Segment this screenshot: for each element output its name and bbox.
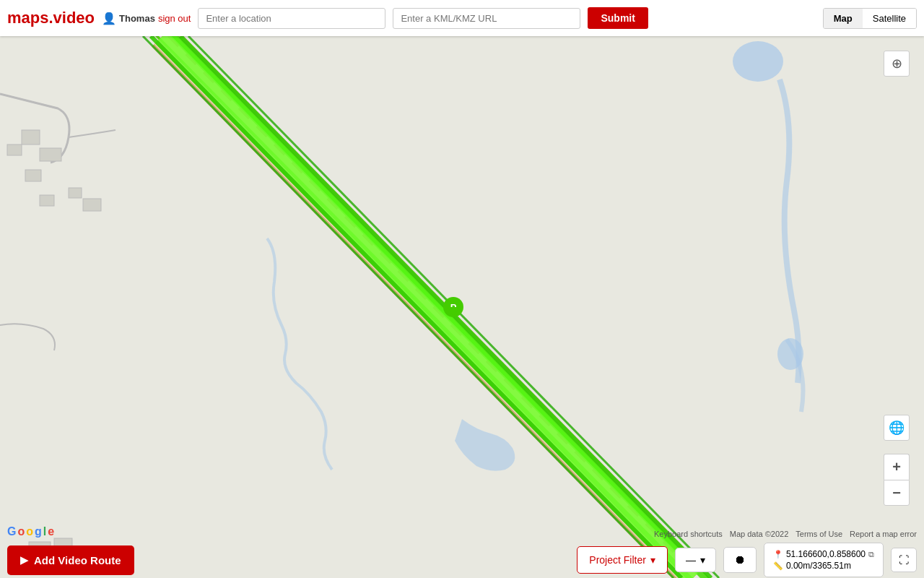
terms-of-use[interactable]: Terms of Use [796,530,842,538]
header: maps.video 👤 Thomas sign out Submit Map … [0,0,924,36]
fullscreen-icon: ⛶ [899,554,909,566]
globe-button[interactable]: 🌐 [884,415,910,441]
zoom-out-button[interactable]: − [884,480,910,506]
bottom-bar: ▶ Add Video Route Project Filter ▾ — ▾ ⏺… [0,542,924,578]
crosshair-icon: ⊕ [892,56,902,72]
report-error[interactable]: Report a map error [850,530,917,538]
distance-value: 0.00m/3365.51m [786,561,851,571]
submit-button[interactable]: Submit [588,7,648,29]
svg-point-1 [733,41,783,82]
chevron-down-icon: ▾ [650,554,655,566]
project-filter-label: Project Filter [589,554,646,566]
attribution: Keyboard shortcuts Map data ©2022 Terms … [654,530,917,538]
zoom-in-button[interactable]: + [884,454,910,480]
project-filter-button[interactable]: Project Filter ▾ [577,546,668,574]
coordinates-value: 51.166600,0.858600 [786,549,866,559]
svg-rect-4 [7,144,22,155]
speed-control: — ▾ [675,548,716,572]
distance-row: 📏 0.00m/3365.51m [773,561,874,571]
record-button[interactable]: ⏺ [723,547,757,573]
add-route-label: Add Video Route [34,554,121,566]
copy-coordinates-icon[interactable]: ⧉ [868,550,874,559]
location-button[interactable]: ⊕ [884,51,910,77]
username: Thomas [119,13,155,24]
globe-icon: 🌐 [889,420,905,436]
coordinates-display: 📍 51.166600,0.858600 ⧉ 📏 0.00m/3365.51m [764,543,884,577]
map-type-selector: Map Satellite [823,8,917,29]
svg-rect-5 [40,148,61,161]
add-video-route-button[interactable]: ▶ Add Video Route [7,545,134,575]
svg-rect-8 [83,199,101,211]
map-type-map[interactable]: Map [824,9,863,28]
user-info: 👤 Thomas sign out [102,12,191,25]
google-logo: G o o g l e [7,525,54,538]
zoom-controls: + − [884,454,910,506]
logo: maps.video [7,9,95,27]
map-data-copyright: Map data ©2022 [730,530,789,538]
map-container[interactable]: P ⊕ 🌐 + − G o o g l e Keyboard shortcuts… [0,36,924,578]
svg-rect-6 [25,170,41,181]
svg-rect-7 [69,188,82,198]
record-icon: ⏺ [734,553,746,566]
chevron-down-icon-speed: ▾ [700,554,705,566]
user-icon: 👤 [102,12,116,25]
keyboard-shortcuts[interactable]: Keyboard shortcuts [654,530,723,538]
speed-label: — [686,554,696,566]
ruler-icon: 📏 [773,561,783,571]
add-route-icon: ▶ [20,554,28,566]
svg-rect-3 [22,130,40,144]
location-input[interactable] [198,8,385,29]
svg-point-2 [777,338,803,370]
svg-rect-9 [40,195,54,206]
map-type-satellite[interactable]: Satellite [863,9,916,28]
kml-input[interactable] [393,8,580,29]
map-background: P [0,36,924,578]
pin-icon: 📍 [773,550,783,559]
logo-text: maps.video [7,9,95,27]
coordinate-row: 📍 51.166600,0.858600 ⧉ [773,549,874,559]
fullscreen-button[interactable]: ⛶ [891,548,917,572]
signout-link[interactable]: sign out [158,13,191,24]
